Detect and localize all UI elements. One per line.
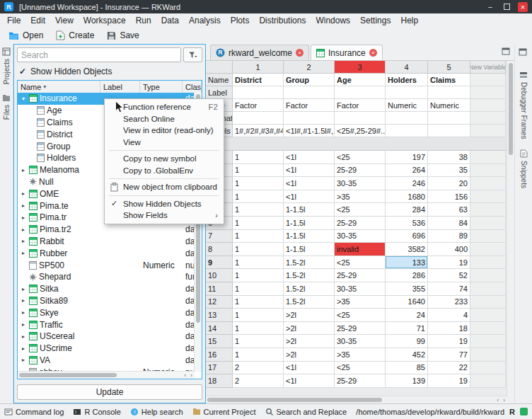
cell-r5c4[interactable]: 284 [386, 203, 428, 217]
tree-item-rabbit[interactable]: ▸Rabbitdat... [18, 236, 195, 248]
cell-r11c3[interactable]: 30-35 [335, 282, 386, 296]
cell-r2c3[interactable]: 25-29 [335, 164, 386, 178]
tab-rkward-welcome[interactable]: Rrkward_welcome× [210, 45, 309, 60]
scroll-right-arrow-icon[interactable]: › [188, 372, 195, 379]
dock-tab-files[interactable]: Files [2, 94, 11, 120]
menu-distributions[interactable]: Distributions [254, 15, 311, 26]
context-menu-item-copy-to-globalenv[interactable]: Copy to .GlobalEnv [105, 165, 224, 177]
detach-icon[interactable] [502, 47, 510, 57]
cell-r7c3[interactable]: 30-35 [335, 230, 386, 243]
meta-cell[interactable]: Group [284, 74, 335, 86]
menu-data[interactable]: Data [156, 15, 184, 26]
meta-cell[interactable] [233, 112, 284, 125]
cell-r10c4[interactable]: 286 [386, 269, 428, 282]
meta-cell[interactable] [428, 86, 470, 99]
tree-item-uscrime[interactable]: ▸UScrimedat... [18, 343, 195, 355]
context-menu-item-view-in-editor-read-only[interactable]: View in editor (read-only) [105, 125, 224, 137]
column-header-4[interactable]: 4 [386, 61, 428, 74]
cell-r6c1[interactable]: 1 [233, 217, 284, 230]
cell-new-variable[interactable] [470, 269, 506, 282]
meta-row-header-label[interactable]: Label [206, 86, 233, 99]
cell-r16c2[interactable]: >2l [284, 348, 335, 362]
cell-r13c4[interactable]: 24 [386, 309, 428, 322]
tree-item-va[interactable]: ▸VAdat... [18, 355, 195, 367]
tab-close-button[interactable]: × [296, 49, 303, 57]
context-menu-item-view[interactable]: View [105, 137, 224, 149]
row-header-14[interactable]: 14 [206, 322, 233, 335]
tree-column-header-name[interactable]: Name▾ [18, 81, 100, 93]
meta-cell[interactable]: Factor [284, 99, 335, 112]
cell-new-variable[interactable] [470, 322, 506, 335]
cell-r14c4[interactable]: 71 [386, 322, 428, 335]
search-input[interactable] [17, 47, 181, 62]
tree-item-sitka89[interactable]: ▸Sitka89dat... [18, 295, 195, 307]
scrollbar-thumb[interactable] [509, 63, 513, 155]
cell-new-variable[interactable] [470, 203, 506, 217]
menu-plots[interactable]: Plots [226, 15, 255, 26]
tab-insurance[interactable]: Insurance× [311, 45, 383, 60]
cell-r5c2[interactable]: 1-1.5l [284, 203, 335, 217]
cell-r18c5[interactable]: 19 [428, 374, 470, 388]
cell-r12c2[interactable]: 1.5-2l [284, 296, 335, 309]
cell-r7c5[interactable]: 89 [428, 230, 470, 243]
scroll-left-arrow-icon[interactable]: ‹ [495, 396, 501, 403]
minimize-button[interactable]: – [485, 2, 495, 12]
meta-cell[interactable]: 1#,#2#,#3#,#4 [233, 125, 284, 137]
cell-r17c3[interactable]: <25 [335, 362, 386, 375]
meta-cell[interactable] [335, 112, 386, 125]
cell-r18c1[interactable]: 2 [233, 374, 284, 388]
cell-r1c2[interactable]: <1l [284, 151, 335, 164]
context-menu-item-copy-to-new-symbol[interactable]: Copy to new symbol [105, 153, 224, 165]
cell-r8c3[interactable]: invalid [335, 243, 386, 256]
meta-cell-new-variable[interactable] [470, 74, 506, 86]
meta-cell[interactable]: Claims [428, 74, 470, 86]
cell-r15c1[interactable]: 1 [233, 335, 284, 348]
cell-r4c3[interactable]: >35 [335, 190, 386, 204]
cell-r5c1[interactable]: 1 [233, 203, 284, 217]
tree-item-sp500[interactable]: SP500Numericnu... [18, 259, 195, 271]
cell-r10c1[interactable]: 1 [233, 269, 284, 282]
dock-tab-debugger-frames[interactable]: Debugger Frames [519, 71, 528, 139]
meta-cell-new-variable[interactable] [470, 99, 506, 112]
cell-r6c4[interactable]: 536 [386, 217, 428, 230]
cell-new-variable[interactable] [470, 374, 506, 388]
row-header-7[interactable]: 7 [206, 230, 233, 243]
menu-analysis[interactable]: Analysis [184, 15, 226, 26]
meta-cell[interactable] [335, 86, 386, 99]
maximize-button[interactable] [502, 2, 511, 12]
cell-r16c4[interactable]: 452 [386, 348, 428, 362]
cell-r9c1[interactable]: 1 [233, 256, 284, 270]
column-header-1[interactable]: 1 [233, 61, 284, 74]
cell-new-variable[interactable] [470, 335, 506, 348]
row-header-16[interactable]: 16 [206, 348, 233, 362]
update-button[interactable]: Update [17, 384, 202, 400]
cell-r11c2[interactable]: 1.5-2l [284, 282, 335, 296]
detach-icon[interactable] [519, 47, 527, 58]
meta-cell-new-variable[interactable] [470, 112, 506, 125]
cell-r16c5[interactable]: 77 [428, 348, 470, 362]
cell-r12c4[interactable]: 1640 [386, 296, 428, 309]
statusbar-command-log[interactable]: Command log [4, 408, 64, 416]
cell-r5c3[interactable]: <25 [335, 203, 386, 217]
row-header-9[interactable]: 9 [206, 256, 233, 270]
cell-r12c5[interactable]: 233 [428, 296, 470, 309]
cell-r9c3[interactable]: <25 [335, 256, 386, 270]
row-header-10[interactable]: 10 [206, 269, 233, 282]
menu-edit[interactable]: Edit [25, 15, 50, 26]
cell-new-variable[interactable] [470, 296, 506, 309]
tree-column-header-class[interactable]: Class [183, 81, 202, 93]
meta-cell[interactable] [386, 112, 428, 125]
save-button[interactable]: Save [101, 29, 144, 42]
create-button[interactable]: Create [50, 29, 100, 42]
tree-item-skye[interactable]: ▸Skyedat... [18, 306, 195, 318]
meta-cell[interactable]: District [233, 74, 284, 86]
tree-column-header-label[interactable]: Label [100, 81, 140, 93]
context-menu-item-show-hidden-objects[interactable]: ✓Show Hidden Objects [105, 198, 224, 210]
meta-cell-new-variable[interactable] [470, 86, 506, 99]
cell-r11c4[interactable]: 355 [386, 282, 428, 296]
tree-item-rubber[interactable]: ▸Rubberdat... [18, 247, 195, 259]
cell-r6c5[interactable]: 84 [428, 217, 470, 230]
menu-view[interactable]: View [50, 15, 79, 26]
meta-cell[interactable]: <1l#,#1-1.5l#,... [284, 125, 335, 137]
meta-cell[interactable] [386, 86, 428, 99]
